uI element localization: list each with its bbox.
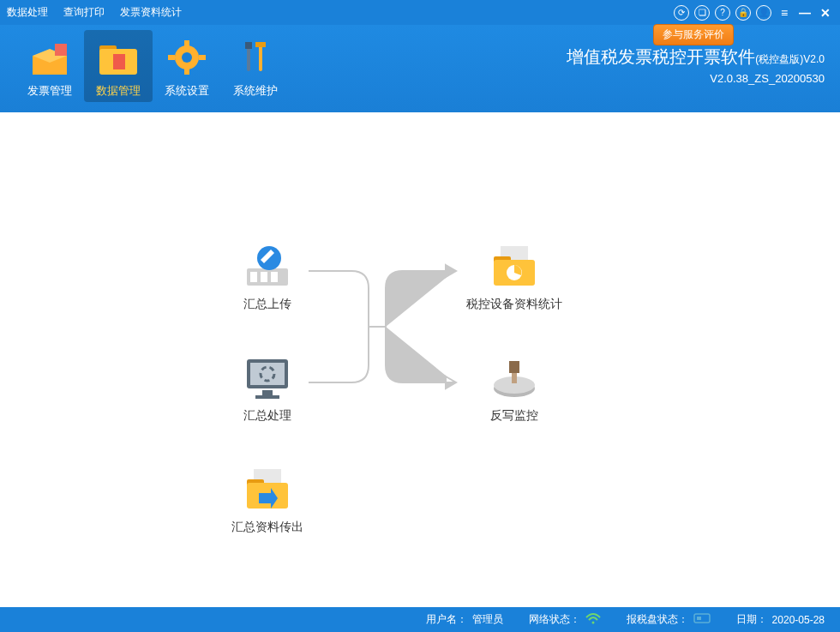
ribbon-label: 系统维护 (221, 83, 290, 99)
ribbon-invoice-mgmt[interactable]: 发票管理 (15, 30, 84, 102)
titlebar: 数据处理 查询打印 发票资料统计 ⟳ ❏ ? 🔒 👤 ≡ — ✕ (0, 0, 840, 25)
svg-rect-39 (697, 617, 701, 620)
ribbon-label: 系统设置 (153, 83, 221, 99)
folder-data-icon (84, 35, 153, 80)
svg-rect-15 (255, 42, 266, 47)
item-summary-export[interactable]: 汇总资料传出 (216, 464, 319, 534)
menu-icon[interactable]: ≡ (777, 6, 792, 20)
item-label: 汇总上传 (216, 296, 319, 311)
gear-icon (153, 35, 221, 80)
svg-rect-9 (184, 68, 189, 75)
close-button[interactable]: ✕ (818, 6, 833, 20)
statusbar: 用户名：管理员 网络状态： 报税盘状态： 日期：2020-05-28 (0, 607, 840, 632)
svg-rect-14 (259, 44, 262, 71)
top-menu: 数据处理 查询打印 发票资料统计 (7, 5, 182, 20)
ribbon-label: 数据管理 (84, 83, 153, 99)
svg-rect-19 (271, 272, 278, 282)
help-icon[interactable]: ? (715, 5, 730, 21)
titlebar-right: ⟳ ❏ ? 🔒 👤 ≡ — ✕ (674, 5, 833, 21)
item-summary-process[interactable]: 汇总处理 (216, 352, 319, 423)
menu-query-print[interactable]: 查询打印 (63, 5, 105, 20)
user-icon[interactable]: 👤 (756, 5, 771, 21)
tools-icon (221, 35, 290, 80)
box-icon (15, 35, 84, 80)
app-title: 增值税发票税控开票软件(税控盘版)V2.0 (567, 45, 825, 69)
svg-rect-13 (245, 42, 252, 49)
folder-chart-icon (463, 241, 566, 291)
status-network: 网络状态： (529, 612, 601, 627)
minimize-button[interactable]: — (797, 6, 813, 20)
status-user: 用户名：管理员 (426, 612, 503, 627)
ribbon-label: 发票管理 (15, 83, 84, 99)
svg-rect-36 (512, 373, 517, 383)
svg-rect-11 (199, 55, 206, 60)
item-label: 汇总处理 (216, 407, 319, 423)
svg-rect-38 (694, 614, 710, 623)
svg-rect-10 (168, 55, 175, 60)
svg-point-7 (182, 52, 192, 63)
folder-export-icon (216, 464, 319, 514)
info-icon[interactable]: ❏ (694, 5, 710, 21)
svg-rect-2 (55, 44, 67, 56)
sync-icon[interactable]: ⟳ (674, 5, 689, 21)
item-writeback-monitor[interactable]: 反写监控 (463, 352, 566, 423)
svg-rect-25 (255, 395, 279, 399)
device-icon (693, 612, 711, 627)
ribbon-data-mgmt[interactable]: 数据管理 (84, 30, 153, 102)
film-pen-icon (216, 241, 319, 291)
ribbon-toolbar: 参与服务评价 发票管理 数据管理 系统设置 系统维护 增值税发票税控开票软件(税… (0, 25, 840, 112)
svg-rect-17 (250, 272, 257, 282)
lock-icon[interactable]: 🔒 (735, 5, 751, 21)
service-eval-button[interactable]: 参与服务评价 (653, 24, 734, 45)
ribbon-system-maint[interactable]: 系统维护 (221, 30, 290, 102)
content-area: 汇总上传 汇总处理 汇总资料传出 税控设备资料统计 反写监控 (0, 112, 840, 607)
svg-rect-18 (261, 272, 267, 282)
ribbon-system-settings[interactable]: 系统设置 (153, 30, 221, 102)
status-date: 日期：2020-05-28 (736, 612, 825, 627)
disk-brush-icon (463, 352, 566, 402)
svg-rect-24 (262, 390, 273, 395)
item-device-stats[interactable]: 税控设备资料统计 (463, 241, 566, 311)
menu-data-process[interactable]: 数据处理 (7, 5, 48, 20)
monitor-icon (216, 352, 319, 402)
app-version: V2.0.38_ZS_20200530 (567, 72, 825, 85)
item-summary-upload[interactable]: 汇总上传 (216, 241, 319, 311)
item-label: 汇总资料传出 (216, 519, 319, 534)
wifi-icon (585, 612, 601, 627)
svg-rect-8 (184, 40, 189, 47)
svg-rect-35 (509, 361, 519, 373)
item-label: 反写监控 (463, 407, 566, 423)
status-device: 报税盘状态： (627, 612, 711, 627)
flow-connector (309, 250, 480, 404)
svg-point-37 (591, 622, 594, 624)
svg-rect-5 (113, 54, 125, 69)
menu-invoice-stats[interactable]: 发票资料统计 (120, 5, 182, 20)
item-label: 税控设备资料统计 (463, 296, 566, 311)
